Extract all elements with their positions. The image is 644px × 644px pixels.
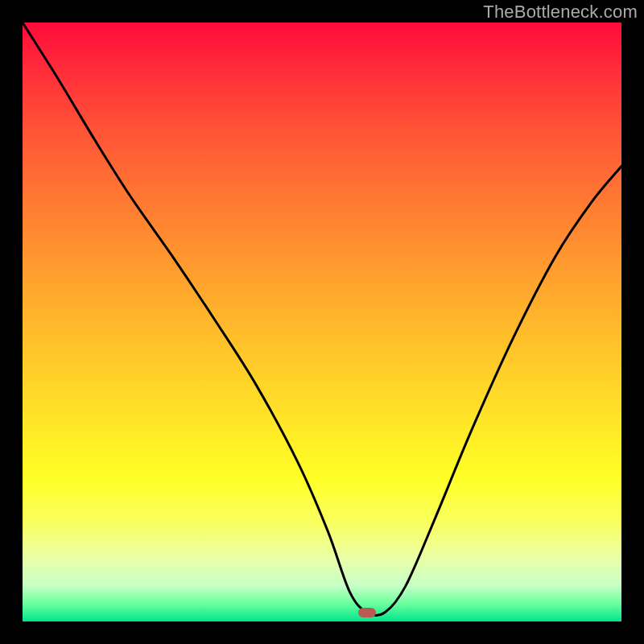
optimal-point-marker [358, 608, 376, 617]
watermark-label: TheBottleneck.com [483, 2, 638, 23]
bottleneck-curve [23, 23, 621, 621]
chart-plot-area [23, 23, 621, 621]
chart-frame: TheBottleneck.com [0, 0, 644, 644]
